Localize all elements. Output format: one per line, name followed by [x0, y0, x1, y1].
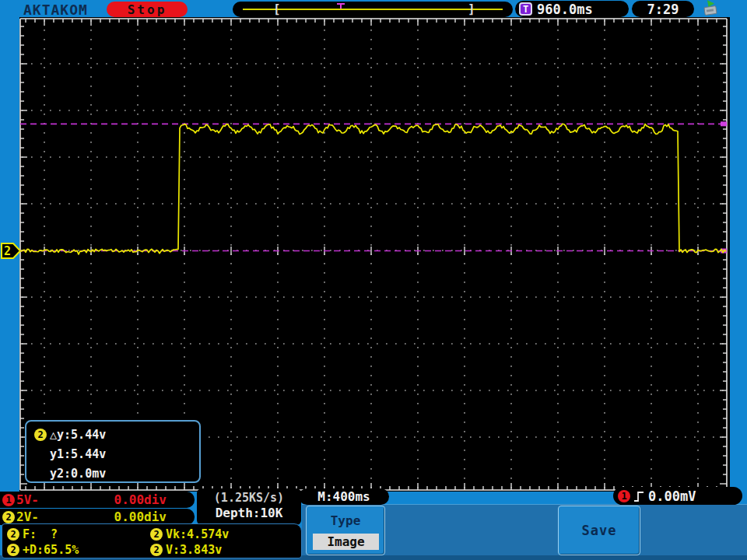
trigger-time-readout: T 960.0ms: [515, 1, 629, 17]
channel2-badge: 2: [2, 511, 15, 523]
run-state-label: Stop: [128, 2, 167, 17]
trigger-t-icon: T: [519, 2, 532, 16]
sample-rate: (1.25KS/s): [197, 491, 301, 505]
measurement-frequency: 2 F: ?: [7, 527, 58, 541]
trigger-level-value: 0.00mV: [648, 488, 696, 504]
channel2-badge: 2: [34, 429, 47, 441]
channel1-scale: 5V-: [16, 492, 39, 507]
measurement-duty: 2 +D:65.5%: [7, 543, 79, 557]
rising-edge-icon: [633, 489, 645, 503]
channel2-badge: 2: [7, 544, 19, 556]
timebase-readout: M:400ms: [299, 488, 389, 505]
type-menu-button[interactable]: Type Image: [306, 506, 385, 555]
window-bracket-left: [: [273, 2, 281, 17]
channel2-offset: 0.00div: [114, 509, 167, 524]
trigger-source-badge: 1: [618, 490, 630, 502]
channel2-badge: 2: [7, 528, 19, 541]
channel2-badge: 2: [150, 544, 163, 556]
trigger-position-bar: [ ]: [233, 2, 513, 17]
cursor-y1: y1:5.44v: [50, 447, 106, 461]
channel2-marker-label: 2: [4, 244, 11, 258]
cursor-delta-y: △y:5.44v: [50, 428, 106, 442]
type-menu-value[interactable]: Image: [313, 534, 379, 550]
trigger-position-marker-icon: [340, 5, 342, 9]
acquisition-info-box: (1.25KS/s) Depth:10K: [197, 488, 301, 525]
cursor-measurement-box: 2 △y:5.44v y1:5.44v y2:0.0mv: [25, 420, 201, 483]
measurement-vk: 2 Vk:4.574v: [150, 527, 229, 541]
trigger-time-value: 960.0ms: [537, 2, 593, 17]
cursor-y2: y2:0.0mv: [50, 467, 106, 481]
save-button[interactable]: Save: [558, 506, 640, 555]
save-button-label: Save: [582, 523, 617, 538]
channel2-badge: 2: [150, 528, 163, 541]
usb-storage-icon: [701, 2, 720, 16]
oscilloscope-screen: AKTAKOM Stop [ ] T 960.0ms 7:29 2 2 △y:5…: [0, 0, 747, 560]
brand-logo: AKTAKOM: [23, 2, 88, 18]
record-depth: Depth:10K: [197, 506, 301, 520]
channel1-badge: 1: [2, 494, 15, 506]
record-window-line: [243, 9, 503, 10]
measurements-box: 2 F: ? 2 +D:65.5% 2 Vk:4.574v 2 V:3.843v: [2, 523, 302, 558]
measurement-v: 2 V:3.843v: [150, 543, 222, 557]
run-state-button[interactable]: Stop: [107, 2, 188, 17]
type-menu-label: Type: [307, 513, 384, 528]
channel1-status-row: 1 5V- 0.00div: [0, 492, 195, 508]
channel2-status-row: 2 2V- 0.00div: [0, 509, 195, 525]
clock: 7:29: [632, 1, 694, 17]
channel2-position-marker[interactable]: 2: [1, 241, 21, 261]
channel1-offset: 0.00div: [114, 492, 167, 507]
channel2-scale: 2V-: [16, 509, 39, 524]
trigger-level-readout: 1 0.00mV: [613, 487, 742, 505]
window-bracket-right: ]: [468, 2, 475, 17]
